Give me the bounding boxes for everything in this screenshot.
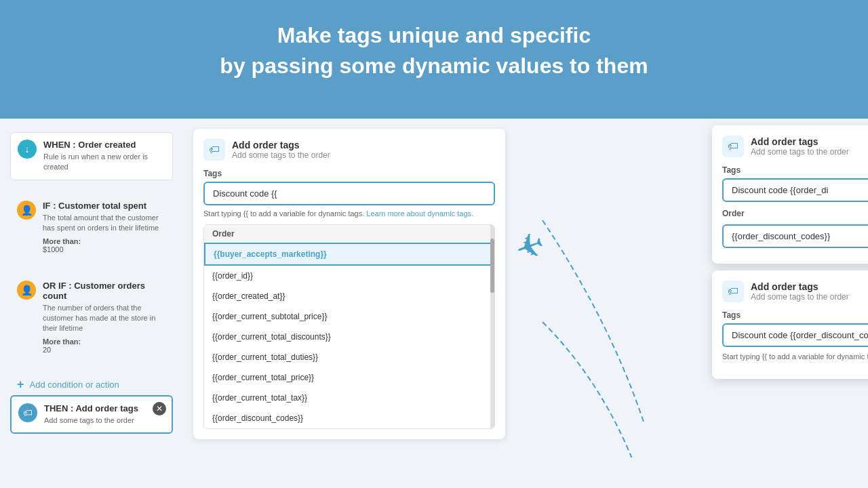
bottom-card-subtitle: Add some tags to the order — [751, 292, 849, 302]
then-desc: Add some tags to the order — [44, 415, 165, 426]
top-card-icon: 🏷 — [722, 136, 744, 157]
dropdown-item-5[interactable]: {{order_current_total_duties}} — [204, 347, 494, 367]
dropdown-item-1[interactable]: {{order_id}} — [204, 266, 494, 286]
right-cards: 🏷 Add order tags Add some tags to the or… — [712, 125, 868, 394]
bottom-card-title: Add order tags — [751, 281, 849, 292]
if-value: $1000 — [43, 245, 166, 253]
top-order-label: Order — [722, 209, 868, 218]
dropdown-item-7[interactable]: {{order_current_total_tax}} — [204, 388, 494, 408]
tags-input[interactable] — [203, 182, 495, 205]
dropdown-item-4[interactable]: {{order_current_total_discounts}} — [204, 327, 494, 347]
then-item: 🏷 THEN : Add order tags Add some tags to… — [10, 395, 173, 434]
sidebar: ↓ WHEN : Order created Rule is run when … — [0, 119, 183, 488]
then-title: THEN : Add order tags — [44, 403, 165, 413]
add-condition-label: Add condition or action — [30, 380, 119, 390]
dashed-arrow — [509, 186, 712, 458]
tags-label: Tags — [203, 169, 495, 178]
scrollbar-track — [490, 225, 494, 428]
dropdown-section: Order {{buyer_accepts_marketing}} {{orde… — [203, 224, 495, 429]
if-desc: The total amount that the customer has s… — [43, 213, 166, 234]
or-if-icon: 👤 — [17, 281, 36, 300]
main-content: ↓ WHEN : Order created Rule is run when … — [0, 119, 868, 488]
top-tags-input[interactable] — [722, 178, 868, 202]
dropdown-item-8[interactable]: {{order_discount_codes}} — [204, 408, 494, 428]
center-card: 🏷 Add order tags Add some tags to the or… — [193, 129, 505, 439]
top-card-title: Add order tags — [751, 136, 849, 147]
or-if-more-than: More than: — [43, 338, 166, 346]
add-condition-button[interactable]: + Add condition or action — [10, 374, 173, 395]
when-icon: ↓ — [18, 140, 37, 159]
center-card-icon: 🏷 — [203, 139, 225, 161]
paper-plane-icon: ✈ — [509, 224, 549, 270]
bottom-tags-input[interactable] — [722, 323, 868, 347]
center-card-subtitle: Add some tags to the order — [232, 150, 330, 160]
learn-more-link[interactable]: Learn more about dynamic tags. — [366, 209, 473, 218]
scrollbar-thumb[interactable] — [490, 239, 494, 293]
if-icon: 👤 — [17, 201, 36, 220]
if-item: 👤 IF : Customer total spent The total am… — [10, 194, 173, 260]
bottom-right-card: 🏷 Add order tags Add some tags to the or… — [712, 270, 868, 379]
if-more-than: More than: — [43, 237, 166, 245]
bottom-tags-label: Tags — [722, 310, 868, 320]
when-title: WHEN : Order created — [43, 140, 165, 150]
order-section-label: Order — [204, 225, 494, 243]
close-then-button[interactable]: ✕ — [153, 402, 166, 415]
or-if-desc: The number of orders that the customer h… — [43, 303, 166, 334]
top-order-input[interactable] — [722, 224, 868, 248]
bottom-card-icon: 🏷 — [722, 281, 744, 302]
dropdown-item-3[interactable]: {{order_current_subtotal_price}} — [204, 306, 494, 327]
dropdown-item-2[interactable]: {{order_created_at}} — [204, 286, 494, 306]
center-card-title: Add order tags — [232, 140, 330, 150]
plus-icon: + — [17, 378, 24, 392]
then-icon: 🏷 — [18, 403, 37, 422]
helper-text: Start typing {{ to add a variable for dy… — [203, 209, 495, 218]
hero-banner: Make tags unique and specific by passing… — [0, 0, 868, 119]
center-panel: 🏷 Add order tags Add some tags to the or… — [183, 119, 868, 488]
if-title: IF : Customer total spent — [43, 201, 166, 211]
or-if-title: OR IF : Customer orders count — [43, 281, 166, 301]
dropdown-item-6[interactable]: {{order_current_total_price}} — [204, 367, 494, 388]
or-if-item: 👤 OR IF : Customer orders count The numb… — [10, 274, 173, 361]
top-tags-label: Tags — [722, 165, 868, 175]
bottom-helper-text: Start typing {{ to add a variable for dy… — [722, 352, 868, 361]
top-card-subtitle: Add some tags to the order — [751, 147, 849, 157]
or-if-value: 20 — [43, 346, 166, 354]
top-right-card: 🏷 Add order tags Add some tags to the or… — [712, 125, 868, 264]
hero-title: Make tags unique and specific by passing… — [14, 20, 854, 81]
when-item: ↓ WHEN : Order created Rule is run when … — [10, 132, 173, 180]
when-desc: Rule is run when a new order is created — [43, 152, 165, 173]
dropdown-item-0[interactable]: {{buyer_accepts_marketing}} — [204, 243, 494, 266]
